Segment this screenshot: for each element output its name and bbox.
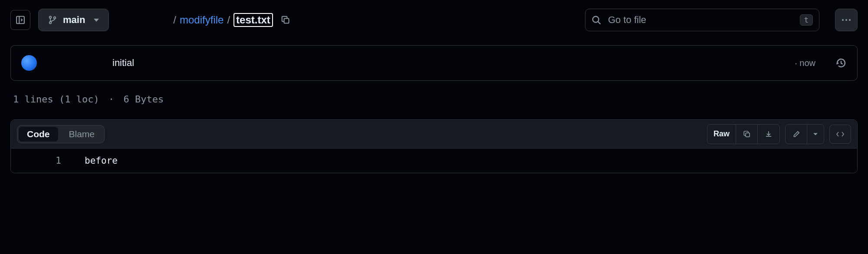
code-content: 1 before [11, 148, 857, 173]
search-icon [592, 15, 601, 25]
breadcrumb-parent-link[interactable]: modifyfile [180, 14, 224, 26]
file-stats: 1 lines (1 loc) · 6 Bytes [10, 94, 858, 105]
code-blame-toggle: Code Blame [17, 125, 105, 143]
go-to-file-search[interactable]: t [585, 9, 819, 31]
copy-path-button[interactable] [281, 15, 290, 25]
copy-raw-button[interactable] [736, 125, 758, 144]
pencil-icon [792, 130, 800, 138]
svg-point-6 [593, 16, 599, 23]
code-line: before [76, 148, 857, 173]
branch-name: main [63, 14, 85, 26]
git-branch-icon [48, 15, 57, 25]
svg-rect-11 [746, 133, 750, 137]
author-avatar[interactable] [21, 55, 37, 71]
tab-blame[interactable]: Blame [59, 125, 105, 143]
download-raw-button[interactable] [758, 125, 779, 144]
go-to-file-input[interactable] [607, 14, 794, 26]
line-number[interactable]: 1 [11, 148, 76, 173]
breadcrumb: / modifyfile / test.txt [173, 13, 290, 27]
latest-commit-bar[interactable]: initial · now [10, 45, 858, 81]
copy-icon [743, 130, 751, 138]
commit-message[interactable]: initial [112, 57, 134, 69]
file-view: Code Blame Raw [10, 119, 858, 173]
svg-rect-0 [16, 16, 24, 24]
history-icon [835, 57, 847, 69]
history-button[interactable] [835, 57, 847, 69]
branch-selector[interactable]: main [38, 9, 109, 31]
breadcrumb-current: test.txt [233, 13, 273, 27]
raw-copy-download-group: Raw [707, 124, 780, 144]
file-lines-stat: 1 lines (1 loc) [13, 94, 99, 105]
side-panel-toggle[interactable] [10, 10, 30, 30]
edit-group [785, 124, 824, 144]
svg-point-4 [54, 17, 56, 19]
commit-time: · now [795, 58, 815, 68]
svg-point-9 [845, 19, 847, 21]
svg-point-10 [849, 19, 851, 21]
download-icon [765, 130, 773, 138]
svg-rect-5 [284, 19, 289, 23]
edit-dropdown-button[interactable] [807, 125, 824, 144]
kebab-icon [842, 19, 851, 21]
tab-code[interactable]: Code [19, 127, 58, 142]
side-panel-icon [16, 15, 25, 25]
breadcrumb-separator: / [173, 14, 176, 26]
caret-down-icon [813, 132, 818, 136]
edit-file-button[interactable] [786, 125, 807, 144]
svg-point-8 [842, 19, 844, 21]
breadcrumb-separator: / [227, 14, 230, 26]
more-options-button[interactable] [835, 9, 858, 31]
copy-icon [281, 15, 290, 25]
caret-down-icon [94, 19, 99, 22]
file-header-bar: main / modifyfile / test.txt t [10, 8, 858, 32]
file-toolbar: Code Blame Raw [11, 120, 857, 148]
svg-point-2 [49, 16, 52, 19]
symbols-icon [836, 130, 845, 138]
symbols-button[interactable] [829, 125, 851, 144]
svg-line-7 [598, 22, 601, 24]
raw-button[interactable]: Raw [707, 125, 736, 144]
svg-point-3 [49, 22, 52, 24]
search-shortcut-key: t [800, 14, 813, 26]
file-size-stat: 6 Bytes [123, 94, 164, 105]
